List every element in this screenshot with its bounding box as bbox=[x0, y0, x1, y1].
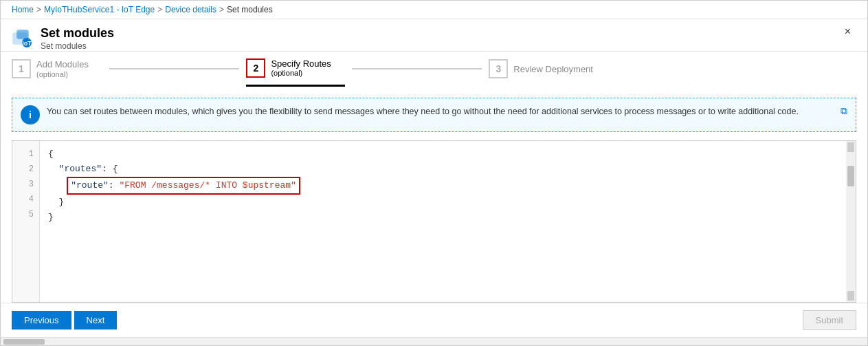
step-3-label: Review Deployment bbox=[513, 64, 593, 75]
set-modules-icon: IoT bbox=[12, 28, 34, 50]
code-line-3: "route": "FROM /messages/* INTO $upstrea… bbox=[48, 177, 847, 195]
scrollbar-thumb[interactable] bbox=[847, 166, 854, 186]
footer-nav-buttons: Previous Next bbox=[12, 311, 117, 329]
svg-rect-1 bbox=[17, 30, 28, 39]
panel-title-text: Set modules Set modules bbox=[41, 26, 114, 51]
breadcrumb-home[interactable]: Home bbox=[12, 5, 34, 14]
step-2-label: Specify Routes (optional) bbox=[271, 58, 331, 78]
line-num-3: 3 bbox=[17, 177, 39, 192]
line-numbers: 1 2 3 4 5 bbox=[12, 141, 40, 302]
external-link-icon[interactable]: ⧉ bbox=[841, 105, 847, 117]
wizard-step-2[interactable]: 2 Specify Routes (optional) bbox=[246, 52, 344, 87]
set-modules-window: Home > MyIoTHubService1 - IoT Edge > Dev… bbox=[0, 0, 868, 346]
step-1-box: 1 bbox=[12, 59, 31, 78]
wizard-step-3[interactable]: 3 Review Deployment bbox=[489, 52, 607, 87]
line-num-5: 5 bbox=[17, 207, 39, 222]
code-line-5: } bbox=[48, 210, 847, 225]
panel-subtitle: Set modules bbox=[41, 41, 114, 51]
previous-button[interactable]: Previous bbox=[12, 311, 71, 329]
code-line-1: { bbox=[48, 147, 847, 162]
code-content[interactable]: { "routes": { "route": "FROM /messages/*… bbox=[40, 141, 856, 302]
next-button[interactable]: Next bbox=[74, 311, 118, 329]
svg-text:IoT: IoT bbox=[22, 40, 32, 47]
info-icon: i bbox=[21, 105, 40, 125]
step-2-box: 2 bbox=[246, 58, 265, 78]
scroll-up-arrow[interactable] bbox=[847, 142, 854, 152]
scroll-down-arrow[interactable] bbox=[847, 291, 854, 301]
step-1-label: Add Modules (optional) bbox=[36, 59, 89, 79]
info-banner: i You can set routes between modules, wh… bbox=[12, 98, 856, 132]
h-scrollbar-thumb[interactable] bbox=[3, 339, 45, 345]
close-button[interactable]: × bbox=[839, 23, 856, 40]
breadcrumb: Home > MyIoTHubService1 - IoT Edge > Dev… bbox=[1, 1, 867, 19]
panel-title-area: IoT Set modules Set modules bbox=[12, 26, 114, 51]
code-line-2: "routes": { bbox=[48, 162, 847, 177]
line-num-2: 2 bbox=[17, 162, 39, 177]
wizard-step-1[interactable]: 1 Add Modules (optional) bbox=[12, 52, 102, 87]
step-connector-2-3 bbox=[352, 68, 482, 69]
submit-button[interactable]: Submit bbox=[803, 310, 856, 330]
content-area: i You can set routes between modules, wh… bbox=[1, 87, 867, 303]
panel-header: IoT Set modules Set modules × bbox=[1, 19, 867, 52]
breadcrumb-hub[interactable]: MyIoTHubService1 - IoT Edge bbox=[44, 5, 155, 14]
wizard-steps: 1 Add Modules (optional) 2 Specify Route… bbox=[1, 52, 867, 87]
panel-title: Set modules bbox=[41, 26, 114, 41]
horizontal-scrollbar[interactable] bbox=[1, 337, 867, 345]
vertical-scrollbar[interactable] bbox=[846, 141, 856, 302]
code-editor[interactable]: 1 2 3 4 5 { "routes": { "route": "FROM /… bbox=[12, 140, 856, 303]
step-connector-1-2 bbox=[109, 68, 240, 69]
info-text: You can set routes between modules, whic… bbox=[47, 105, 834, 118]
line-num-4: 4 bbox=[17, 192, 39, 207]
breadcrumb-current: Set modules bbox=[227, 5, 273, 14]
code-line-4: } bbox=[48, 195, 847, 210]
breadcrumb-device[interactable]: Device details bbox=[165, 5, 216, 14]
step-3-box: 3 bbox=[489, 59, 508, 78]
footer: Previous Next Submit bbox=[1, 303, 867, 337]
line-num-1: 1 bbox=[17, 147, 39, 162]
